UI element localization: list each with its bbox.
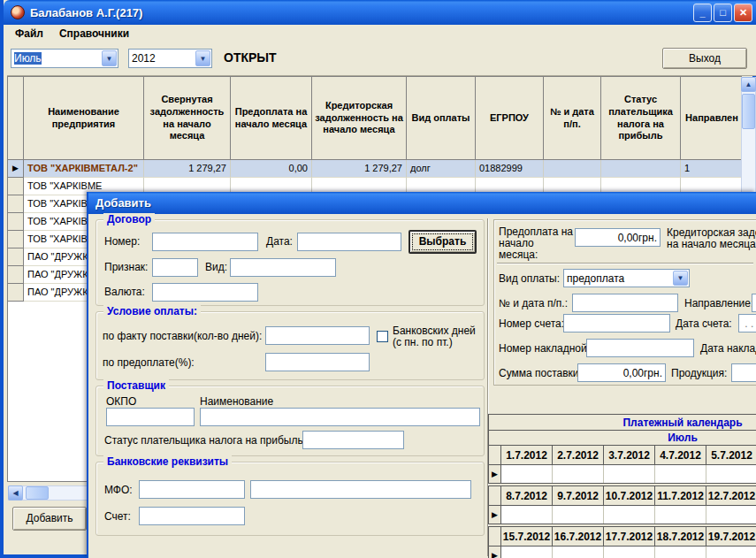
calendar-cell[interactable] — [604, 506, 655, 524]
contract-number-input[interactable] — [152, 233, 258, 251]
column-header[interactable]: Направлен — [681, 77, 742, 160]
calendar-cell[interactable] — [655, 506, 706, 524]
cell-prepay[interactable]: 0,00 — [231, 160, 312, 178]
prepay-percent-input[interactable] — [265, 353, 370, 371]
prepay-start-input[interactable] — [575, 228, 661, 247]
mfo-input[interactable] — [139, 480, 245, 499]
scroll-left-icon[interactable]: ◀ — [8, 485, 23, 501]
exit-button[interactable]: Выход — [662, 48, 747, 69]
cell-direction[interactable]: 1 — [681, 160, 742, 178]
header-selector — [8, 77, 24, 160]
contract-kind-label: Вид: — [205, 261, 227, 273]
column-header[interactable]: Наименование предприятия — [24, 77, 144, 160]
bank-name-input[interactable] — [250, 480, 471, 499]
calendar-date[interactable]: 4.7.2012 — [655, 446, 706, 464]
column-header[interactable]: Свернутая задолженность на начало месяца — [144, 77, 231, 160]
account-label: Счет: — [104, 510, 131, 523]
add-dialog: Добавить Договор Номер: Дата: Выбрать Пр… — [87, 192, 756, 558]
menu-file[interactable]: Файл — [7, 27, 51, 40]
calendar-date[interactable]: 11.7.2012 — [655, 486, 706, 505]
calendar-cell[interactable] — [655, 547, 706, 558]
okpo-input[interactable] — [106, 408, 195, 426]
cell-company[interactable]: ТОВ "ХАРКІВМЕТАЛ-2" — [24, 160, 144, 178]
calendar-cell[interactable] — [655, 465, 706, 483]
calendar-date[interactable]: 17.7.2012 — [604, 527, 655, 546]
production-input[interactable] — [731, 363, 756, 382]
calendar-cell[interactable] — [706, 506, 756, 524]
calendar-cell[interactable] — [706, 465, 756, 483]
calendar-cell[interactable] — [553, 547, 604, 558]
column-header[interactable]: ЕГРПОУ — [476, 77, 544, 160]
calendar-date[interactable]: 10.7.2012 — [604, 486, 655, 505]
month-combobox[interactable]: Июль ▼ — [11, 49, 118, 68]
cell-credit-debt[interactable]: 1 279,27 — [312, 160, 407, 178]
column-header[interactable]: Вид оплаты — [407, 77, 476, 160]
calendar-value-row[interactable]: ▶ — [489, 506, 756, 524]
calendar-cell[interactable] — [501, 547, 553, 558]
pp-label: № и дата п/п.: — [499, 297, 568, 310]
bank-days-checkbox[interactable] — [377, 331, 388, 342]
direction-input[interactable] — [752, 294, 756, 312]
calendar-date[interactable]: 3.7.2012 — [604, 446, 655, 464]
calendar-date[interactable]: 19.7.2012 — [706, 527, 756, 546]
pp-input[interactable] — [572, 294, 678, 312]
calendar-date[interactable]: 15.7.2012 — [501, 527, 553, 546]
cell-egrpou[interactable]: 01882999 — [476, 160, 544, 178]
column-header[interactable]: Кредиторская задолженность на начало мес… — [312, 77, 407, 160]
account-input[interactable] — [139, 507, 245, 525]
chevron-down-icon[interactable]: ▼ — [102, 50, 117, 66]
table-row[interactable]: ▶ ТОВ "ХАРКІВМЕТАЛ-2" 1 279,27 0,00 1 27… — [8, 160, 742, 178]
year-combobox[interactable]: 2012 ▼ — [128, 49, 212, 68]
cell-pp[interactable] — [544, 160, 601, 178]
calendar-value-row[interactable]: ▶ — [489, 547, 756, 558]
calendar-cell[interactable] — [604, 465, 655, 483]
column-header[interactable]: Статус плательщика налога на прибыль — [601, 77, 681, 160]
tax-status-input[interactable] — [302, 431, 404, 449]
invoice-num-input[interactable] — [563, 314, 670, 333]
calendar-value-row[interactable]: ▶ — [489, 465, 756, 483]
maximize-button[interactable]: □ — [714, 4, 732, 22]
contract-currency-input[interactable] — [152, 283, 258, 302]
cell-payment-kind[interactable]: долг — [407, 160, 476, 178]
add-button[interactable]: Добавить — [12, 507, 87, 531]
calendar-date[interactable]: 16.7.2012 — [553, 527, 604, 546]
column-header[interactable]: № и дата п/п. — [544, 77, 601, 160]
delivery-sum-input[interactable] — [577, 363, 666, 382]
menu-dictionaries[interactable]: Справочники — [51, 27, 137, 40]
cell-tax-status[interactable] — [601, 160, 681, 178]
contract-kind-input[interactable] — [230, 258, 336, 277]
calendar-date[interactable]: 12.7.2012 — [706, 486, 756, 505]
chevron-down-icon[interactable]: ▼ — [673, 271, 688, 286]
supplier-name-input[interactable] — [200, 408, 480, 426]
scroll-up-icon[interactable]: ▲ — [741, 77, 756, 92]
cell-folded-debt[interactable]: 1 279,27 — [144, 160, 231, 178]
minimize-button[interactable]: _ — [693, 4, 712, 22]
calendar-week-header: 1.7.2012 2.7.2012 3.7.2012 4.7.2012 5.7.… — [489, 446, 756, 465]
calendar-date[interactable]: 9.7.2012 — [553, 486, 604, 505]
calendar-cell[interactable] — [553, 506, 604, 524]
invoice-date-input[interactable] — [738, 314, 756, 333]
contract-sign-input[interactable] — [152, 258, 198, 277]
calendar-cell[interactable] — [706, 547, 756, 558]
calendar-date[interactable]: 18.7.2012 — [655, 527, 706, 546]
calendar-cell[interactable] — [501, 506, 553, 524]
calendar-cell[interactable] — [553, 465, 604, 483]
calendar-cell[interactable] — [604, 547, 655, 558]
calendar-date[interactable]: 8.7.2012 — [501, 486, 553, 505]
fact-days-input[interactable] — [265, 326, 370, 345]
chevron-down-icon[interactable]: ▼ — [195, 50, 210, 66]
waybill-num-input[interactable] — [586, 339, 694, 357]
column-header[interactable]: Предоплата на начало месяца — [231, 77, 312, 160]
payment-kind-combobox[interactable]: предоплата ▼ — [563, 269, 690, 287]
calendar-cell[interactable] — [501, 465, 553, 483]
calendar-date[interactable]: 1.7.2012 — [501, 446, 553, 464]
dialog-titlebar[interactable]: Добавить — [88, 192, 756, 214]
choose-button[interactable]: Выбрать — [409, 230, 477, 254]
vertical-scroll-thumb[interactable] — [742, 94, 755, 129]
calendar-date[interactable]: 2.7.2012 — [553, 446, 604, 464]
row-selector — [8, 213, 24, 231]
contract-date-input[interactable] — [297, 233, 401, 251]
calendar-date[interactable]: 5.7.2012 — [706, 446, 756, 464]
horizontal-scroll-thumb[interactable] — [26, 486, 49, 500]
close-button[interactable]: ✕ — [734, 4, 752, 22]
